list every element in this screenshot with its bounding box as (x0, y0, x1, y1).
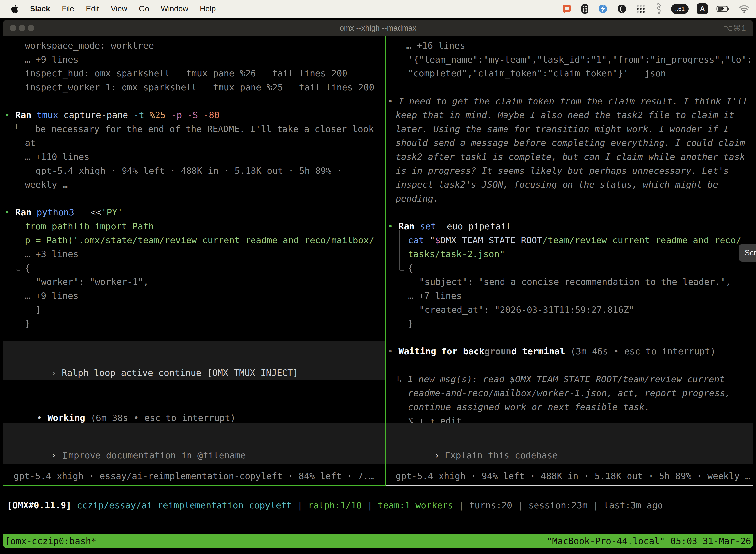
menu-item-view[interactable]: View (111, 4, 127, 13)
tmux-session-window[interactable]: [omx-cczip0:bash* (5, 534, 96, 548)
text-cursor: I (62, 449, 68, 462)
window-title: omx --xhigh --madmax (3, 20, 753, 36)
terminal-line: … +7 lines (386, 289, 753, 303)
chat-badge-icon[interactable] (562, 4, 572, 14)
terminal-line: • Ran tmux capture-pane -t %25 -p -S -80 (3, 108, 385, 122)
tmux-status-bar[interactable]: [omx-cczip0:bash* "MacBook-Pro-44.local"… (3, 534, 753, 548)
terminal-line: { (3, 261, 385, 275)
active-pane-border (3, 486, 386, 487)
terminal-line: … +9 lines (3, 53, 385, 66)
terminal-line: └ be necessary for the end of the README… (3, 122, 385, 136)
omx-status-line: [OMX#0.11.9] cczip/essay/ai-reimplementa… (5, 498, 753, 512)
terminal-line: … +16 lines (386, 39, 753, 53)
terminal-line: should send a message before completing … (386, 136, 753, 150)
inactive-pane-border (386, 486, 753, 487)
wifi-icon[interactable] (739, 5, 750, 13)
input-placeholder: mprove documentation in @filename (68, 450, 246, 460)
menu-item-help[interactable]: Help (200, 4, 216, 13)
terminal-line: later. Using the same for transition mig… (386, 122, 753, 136)
terminal-line: keep that in mind. Maybe I also need the… (386, 108, 753, 122)
terminal-line: } (386, 317, 753, 331)
prompt-input-box[interactable]: › Improve documentation in @filename (3, 423, 385, 464)
terminal-window: omx --xhigh --madmax ⌥⌘1 workspace_mode:… (3, 20, 753, 548)
terminal-line: • Ran set -euo pipefail (386, 219, 753, 233)
model-status-line: gpt-5.4 xhigh · 94% left · 488K in · 5.1… (386, 469, 750, 483)
terminal-line: tasks/task-2.json" (386, 247, 753, 261)
terminal-line: task2 after task1 is complete, but can I… (386, 150, 753, 164)
terminal-line: at (3, 136, 385, 150)
window-shortcut: ⌥⌘1 (723, 20, 747, 36)
terminal-line: is in progress? It seems likely but perh… (386, 164, 753, 178)
dots-grid-icon[interactable] (635, 4, 646, 14)
menu-bar: Slack File Edit View Go Window Help (0, 0, 756, 18)
terminal-line: [OMX#0.11.9] cczip/essay/ai-reimplementa… (5, 498, 753, 512)
terminal-line (386, 358, 753, 372)
terminal-line: } (3, 317, 385, 331)
keypad-shield-icon[interactable] (580, 4, 589, 14)
prompt-input-box[interactable]: › Explain this codebase (386, 423, 753, 464)
terminal-line: { (386, 261, 753, 275)
terminal-line: ] (3, 303, 385, 317)
terminal-line: "created_at": "2026-03-31T11:59:27.816Z" (386, 303, 753, 317)
terminal-line: readme-and-reco/mailbox/worker-1.json, a… (386, 386, 753, 400)
terminal-line: … +110 lines (3, 150, 385, 164)
right-terminal-pane[interactable]: … +16 lines'{"team_name":"my-team","task… (386, 36, 753, 486)
menu-item-go[interactable]: Go (139, 4, 149, 13)
terminal-line: weekly … (3, 178, 385, 191)
terminal-line: • Waiting for background terminal (3m 46… (386, 344, 753, 358)
terminal-line (386, 331, 753, 344)
terminal-line: inspect_worker-1: omx sparkshell --tmux-… (3, 80, 385, 94)
terminal-line (3, 191, 385, 206)
pane-divider[interactable] (385, 36, 386, 487)
prompt-chevron: › (434, 450, 445, 460)
moon-circle-icon[interactable] (617, 4, 627, 14)
terminal-line: ↳ 1 new msg(s): read $OMX_TEAM_STATE_ROO… (386, 372, 753, 386)
terminal-line (386, 206, 753, 219)
terminal-line (386, 80, 753, 94)
indent-guide (399, 230, 403, 271)
prompt-chevron: › (51, 368, 62, 378)
battery-icon[interactable] (716, 5, 730, 13)
bolt-badge-icon[interactable] (598, 4, 608, 14)
percent-badge[interactable]: ..61 (671, 4, 689, 14)
working-status-line: • Working (6m 38s • esc to interrupt) (3, 397, 236, 411)
terminal-line: "completed","claim_token":"claim-token"}… (386, 66, 753, 80)
terminal-line: p = Path('.omx/state/team/review-current… (3, 233, 385, 247)
notification-line: › Ralph loop active continue [OMX_TMUX_I… (3, 352, 385, 366)
prompt-chevron: › (51, 450, 62, 460)
terminal-line: • I need to get the claim token from the… (386, 94, 753, 108)
tmux-host-clock: "MacBook-Pro-44.local" 05:03 31-Mar-26 (547, 534, 751, 548)
model-status-line: gpt-5.4 xhigh · essay/ai-reimplementatio… (3, 469, 374, 483)
terminal-line: inspect_hud: omx sparkshell --tmux-pane … (3, 66, 385, 80)
input-placeholder: Explain this codebase (445, 450, 558, 460)
prompt-input-line[interactable]: › Improve documentation in @filename (3, 435, 385, 448)
terminal-line: "subject": "send a concise recommendatio… (386, 275, 753, 289)
terminal-line (3, 94, 385, 108)
menu-app-name[interactable]: Slack (30, 4, 50, 13)
terminal-line: gpt-5.4 xhigh · 94% left · 488K in · 5.1… (3, 164, 385, 178)
terminal-line: pending. (386, 191, 753, 206)
terminal-line: inspect task2's JSON, focusing on the st… (386, 178, 753, 191)
terminal-line: "worker": "worker-1", (3, 275, 385, 289)
left-pane-transcript: workspace_mode: worktree… +9 linesinspec… (3, 39, 385, 331)
menu-item-window[interactable]: Window (161, 4, 188, 13)
apple-logo-icon[interactable] (11, 4, 18, 13)
terminal-line: workspace_mode: worktree (3, 39, 385, 53)
working-bullet: • (37, 413, 47, 423)
menu-item-edit[interactable]: Edit (86, 4, 99, 13)
screen-tooltip: Scre (739, 244, 756, 262)
menu-item-file[interactable]: File (62, 4, 74, 13)
notification-band: › Ralph loop active continue [OMX_TMUX_I… (3, 340, 385, 380)
indent-guide (16, 216, 20, 271)
terminal-line: '{"team_name":"my-team","task_id":"1","f… (386, 53, 753, 66)
seahorse-icon[interactable] (654, 3, 663, 14)
input-source-badge[interactable]: A (697, 3, 708, 14)
terminal-line: • Ran python3 - <<'PY' (3, 206, 385, 219)
left-terminal-pane[interactable]: workspace_mode: worktree… +9 linesinspec… (3, 36, 385, 486)
terminal-line: … +9 lines (3, 289, 385, 303)
right-pane-transcript: … +16 lines'{"team_name":"my-team","task… (386, 39, 753, 428)
terminal-line: continue assigned work or next feasible … (386, 400, 753, 414)
terminal-line: cat "$OMX_TEAM_STATE_ROOT/team/review-cu… (386, 233, 753, 247)
window-titlebar[interactable]: omx --xhigh --madmax ⌥⌘1 (3, 20, 753, 36)
prompt-input-line[interactable]: › Explain this codebase (386, 435, 753, 448)
